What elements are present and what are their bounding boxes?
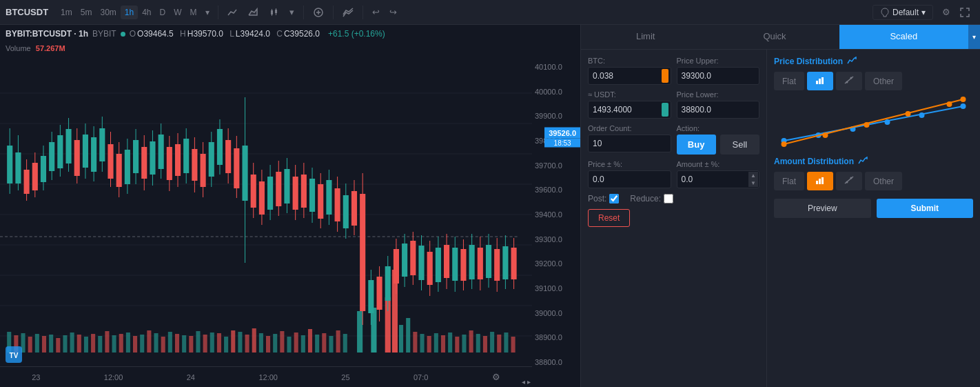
interval-30m[interactable]: 30m bbox=[96, 6, 120, 19]
main-area: BYBIT:BTCUSDT · 1h BYBIT OO39464.5 HH395… bbox=[0, 25, 980, 387]
svg-rect-84 bbox=[483, 336, 487, 353]
svg-point-231 bbox=[947, 101, 952, 107]
group-price-pct: Price ± %: bbox=[588, 160, 671, 188]
svg-rect-62 bbox=[308, 329, 312, 353]
svg-rect-63 bbox=[315, 335, 319, 353]
amount-pct-down[interactable]: ▼ bbox=[748, 179, 758, 187]
chart-canvas[interactable] bbox=[0, 63, 532, 366]
svg-rect-106 bbox=[74, 140, 80, 176]
svg-rect-164 bbox=[318, 184, 323, 219]
tab-quick[interactable]: Quick bbox=[710, 25, 839, 49]
interval-d[interactable]: D bbox=[156, 6, 170, 19]
interval-w[interactable]: W bbox=[170, 6, 185, 19]
svg-rect-134 bbox=[192, 149, 197, 181]
svg-rect-52 bbox=[238, 332, 242, 353]
svg-rect-108 bbox=[83, 135, 88, 168]
amount-dist-other[interactable]: Other bbox=[865, 172, 902, 190]
line-chart-btn[interactable] bbox=[223, 5, 243, 20]
fullscreen-btn[interactable] bbox=[955, 6, 974, 19]
usdt-input[interactable] bbox=[588, 101, 671, 119]
svg-rect-35 bbox=[119, 334, 123, 353]
action-label: Action: bbox=[677, 124, 760, 132]
divider-2 bbox=[303, 6, 304, 19]
interval-dropdown[interactable]: ▾ bbox=[201, 6, 214, 19]
reset-button[interactable]: Reset bbox=[588, 209, 630, 227]
order-inputs: BTC: Price Upper: ≈ USDT: bbox=[581, 50, 767, 387]
order-count-input[interactable] bbox=[588, 135, 671, 152]
undo-btn[interactable]: ↩ bbox=[367, 5, 385, 19]
price-upper-input[interactable] bbox=[677, 67, 760, 85]
price-dist-other[interactable]: Other bbox=[865, 72, 902, 90]
svg-rect-57 bbox=[273, 334, 277, 353]
price-dist-selector: Flat bbox=[774, 72, 973, 90]
svg-rect-136 bbox=[201, 154, 206, 187]
price-dist-bar[interactable] bbox=[807, 72, 833, 90]
redo-btn[interactable]: ↪ bbox=[385, 5, 402, 19]
svg-rect-51 bbox=[231, 330, 235, 353]
svg-rect-36 bbox=[126, 333, 130, 353]
svg-rect-94 bbox=[24, 170, 30, 194]
btc-input[interactable] bbox=[588, 67, 671, 85]
area-chart-btn[interactable] bbox=[243, 5, 264, 20]
svg-rect-41 bbox=[161, 337, 165, 353]
svg-rect-47 bbox=[203, 335, 207, 353]
tab-limit[interactable]: Limit bbox=[581, 25, 710, 49]
submit-button[interactable]: Submit bbox=[877, 199, 974, 218]
svg-rect-66 bbox=[336, 330, 340, 353]
post-checkbox[interactable] bbox=[609, 194, 619, 204]
chart-type-dropdown[interactable]: ▾ bbox=[285, 5, 299, 19]
price-dist-flat[interactable]: Flat bbox=[774, 72, 804, 90]
svg-rect-56 bbox=[266, 336, 270, 353]
candle-chart-btn[interactable] bbox=[264, 5, 285, 20]
svg-rect-172 bbox=[351, 191, 357, 226]
chart-area: BYBIT:BTCUSDT · 1h BYBIT OO39464.5 HH395… bbox=[0, 25, 580, 387]
amount-pct-label: Amount ± %: bbox=[677, 160, 760, 168]
btc-badge bbox=[662, 69, 668, 83]
svg-rect-65 bbox=[329, 336, 333, 353]
amount-pct-stepper[interactable]: ▲ ▼ bbox=[748, 172, 758, 187]
svg-rect-77 bbox=[434, 333, 438, 353]
scroll-arrows[interactable]: ◂ ▸ bbox=[522, 378, 531, 386]
amount-pct-up[interactable]: ▲ bbox=[748, 172, 758, 179]
preview-button[interactable]: Preview bbox=[774, 199, 871, 218]
sell-button[interactable]: Sell bbox=[720, 135, 759, 155]
post-checkbox-label[interactable]: Post: bbox=[588, 194, 619, 204]
add-indicator-btn[interactable] bbox=[308, 5, 329, 20]
svg-rect-170 bbox=[343, 195, 349, 228]
tab-scaled[interactable]: Scaled bbox=[839, 25, 968, 49]
interval-5m[interactable]: 5m bbox=[76, 6, 96, 19]
amount-pct-input[interactable] bbox=[677, 170, 760, 188]
price-lower-input[interactable] bbox=[677, 101, 760, 119]
default-template-btn[interactable]: Default ▾ bbox=[872, 5, 933, 20]
divider-1 bbox=[218, 6, 218, 19]
reduce-checkbox[interactable] bbox=[664, 194, 673, 204]
svg-rect-42 bbox=[168, 332, 172, 353]
svg-point-227 bbox=[782, 141, 787, 147]
reduce-checkbox-label[interactable]: Reduce: bbox=[630, 194, 673, 204]
templates-btn[interactable] bbox=[338, 5, 358, 20]
price-dist-line[interactable] bbox=[836, 72, 862, 90]
svg-rect-186 bbox=[410, 241, 416, 275]
interval-m[interactable]: M bbox=[186, 6, 201, 19]
scaled-tab-dropdown[interactable]: ▾ bbox=[968, 25, 980, 49]
price-pct-input[interactable] bbox=[588, 170, 671, 188]
interval-1m[interactable]: 1m bbox=[57, 6, 76, 19]
amount-dist-bar[interactable] bbox=[807, 172, 833, 190]
settings-btn[interactable]: ⚙ bbox=[937, 5, 955, 19]
amount-dist-line[interactable] bbox=[836, 172, 862, 190]
amount-dist-flat[interactable]: Flat bbox=[774, 172, 804, 190]
ohlc-values: OO39464.5 HH39570.0 LL39424.0 CC39526.0 bbox=[130, 29, 324, 39]
svg-point-230 bbox=[906, 111, 911, 117]
svg-rect-81 bbox=[462, 335, 466, 353]
interval-4h[interactable]: 4h bbox=[138, 6, 155, 19]
svg-rect-60 bbox=[294, 333, 298, 353]
interval-1h[interactable]: 1h bbox=[121, 6, 138, 19]
time-settings-btn[interactable]: ⚙ bbox=[492, 372, 500, 382]
svg-rect-24 bbox=[42, 336, 46, 353]
svg-rect-210 bbox=[511, 248, 517, 279]
buy-button[interactable]: Buy bbox=[677, 135, 716, 155]
svg-rect-176 bbox=[368, 280, 374, 313]
svg-rect-140 bbox=[217, 129, 223, 165]
svg-point-218 bbox=[850, 77, 853, 79]
svg-rect-214 bbox=[819, 79, 821, 84]
